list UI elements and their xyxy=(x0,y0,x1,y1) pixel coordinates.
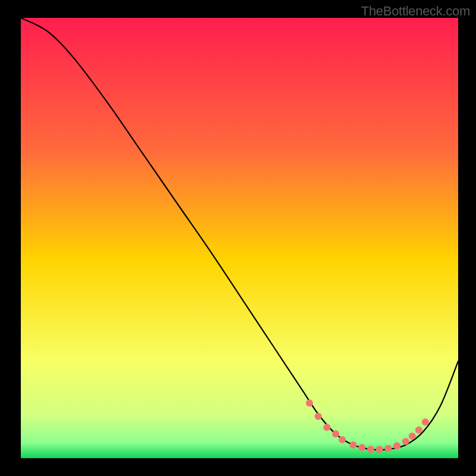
curve-marker xyxy=(332,430,339,437)
chart-root: TheBottleneck.com xyxy=(0,0,476,476)
curve-marker xyxy=(324,424,331,431)
curve-marker xyxy=(315,413,322,420)
curve-marker xyxy=(367,446,374,453)
watermark-label: TheBottleneck.com xyxy=(361,4,470,19)
curve-marker xyxy=(415,427,422,434)
curve-marker xyxy=(358,444,365,451)
curve-marker xyxy=(402,438,409,445)
curve-marker xyxy=(350,441,357,449)
plot-area xyxy=(21,18,458,458)
curve-marker xyxy=(384,445,392,452)
curve-marker xyxy=(376,446,383,453)
gradient-background xyxy=(21,18,458,458)
curve-marker xyxy=(409,433,416,440)
curve-marker xyxy=(422,418,429,425)
curve-marker xyxy=(393,442,400,449)
curve-marker xyxy=(339,436,346,443)
curve-marker xyxy=(306,400,313,407)
chart-svg xyxy=(21,18,458,458)
